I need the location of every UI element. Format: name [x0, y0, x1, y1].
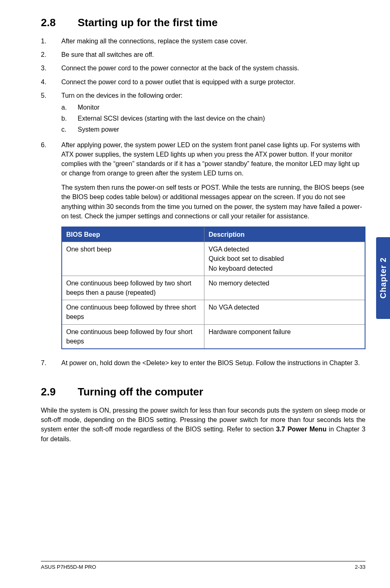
chapter-side-tab: Chapter 2: [376, 237, 390, 319]
list-item: 6. After applying power, the system powe…: [41, 140, 365, 354]
sub-item: c.System power: [61, 125, 365, 134]
table-cell: One short beep: [62, 242, 204, 276]
list-item: 5. Turn on the devices in the following …: [41, 91, 365, 136]
section-2-9-heading: 2.9Turning off the computer: [41, 386, 365, 398]
table-row: One continuous beep followed by four sho…: [62, 324, 365, 349]
item-text: At power on, hold down the <Delete> key …: [61, 358, 365, 368]
table-row: One continuous beep followed by two shor…: [62, 276, 365, 300]
item-marker: 1.: [41, 36, 61, 46]
item-para1: After applying power, the system power L…: [61, 141, 360, 177]
table-cell: One continuous beep followed by two shor…: [62, 276, 204, 300]
section-title: Starting up for the first time: [78, 16, 217, 29]
item-marker: 3.: [41, 63, 61, 73]
section-number: 2.8: [41, 16, 78, 29]
table-cell: One continuous beep followed by three sh…: [62, 300, 204, 324]
sub-item: b.External SCSI devices (starting with t…: [61, 114, 365, 123]
section-2-8-heading: 2.8Starting up for the first time: [41, 16, 365, 29]
ordered-list-sub: a.Monitor b.External SCSI devices (start…: [61, 103, 365, 135]
chapter-label: Chapter 2: [379, 257, 388, 298]
item-marker: 2.: [41, 50, 61, 59]
sub-marker: a.: [61, 103, 78, 112]
item-marker: 5.: [41, 91, 61, 136]
page-footer: ASUS P7H55D-M PRO 2-33: [41, 561, 365, 570]
item-text: Connect the power cord to a power outlet…: [61, 77, 365, 87]
page: 2.8Starting up for the first time 1. Aft…: [0, 0, 390, 588]
item-text: Connect the power cord to the power conn…: [61, 63, 365, 73]
list-item: 7. At power on, hold down the <Delete> k…: [41, 358, 365, 368]
sub-marker: b.: [61, 114, 78, 123]
bios-beep-table: BIOS Beep Description One short beep VGA…: [61, 227, 365, 349]
list-item: 3. Connect the power cord to the power c…: [41, 63, 365, 73]
table-header: BIOS Beep: [62, 227, 204, 242]
item-marker: 6.: [41, 140, 61, 354]
item-text: Turn on the devices in the following ord…: [61, 91, 365, 136]
table-cell: Hardware component failure: [204, 324, 365, 349]
sub-text: Monitor: [78, 103, 99, 112]
section-2-9: 2.9Turning off the computer While the sy…: [41, 386, 365, 444]
footer-left: ASUS P7H55D-M PRO: [41, 564, 96, 570]
section-title: Turning off the computer: [78, 386, 203, 398]
table-cell: VGA detected Quick boot set to disabled …: [204, 242, 365, 276]
item-marker: 7.: [41, 358, 61, 368]
list-item: 4. Connect the power cord to a power out…: [41, 77, 365, 87]
item-text: Be sure that all switches are off.: [61, 50, 365, 59]
ordered-list-main: 1. After making all the connections, rep…: [41, 36, 365, 368]
sub-marker: c.: [61, 125, 78, 134]
sub-text: External SCSI devices (starting with the…: [78, 114, 265, 123]
table-header: Description: [204, 227, 365, 242]
item-text: After applying power, the system power L…: [61, 140, 365, 354]
body-bold: 3.7 Power Menu: [276, 426, 326, 433]
list-item: 1. After making all the connections, rep…: [41, 36, 365, 46]
list-item: 2. Be sure that all switches are off.: [41, 50, 365, 59]
table-row: One continuous beep followed by three sh…: [62, 300, 365, 324]
table-cell: One continuous beep followed by four sho…: [62, 324, 204, 349]
table-cell: No memory detected: [204, 276, 365, 300]
table-row: One short beep VGA detected Quick boot s…: [62, 242, 365, 276]
sub-item: a.Monitor: [61, 103, 365, 112]
section-body: While the system is ON, pressing the pow…: [41, 406, 365, 444]
sub-text: System power: [78, 125, 119, 134]
item-para2: The system then runs the power-on self t…: [61, 183, 365, 221]
item-lead: Turn on the devices in the following ord…: [61, 92, 182, 99]
item-marker: 4.: [41, 77, 61, 87]
item-text: After making all the connections, replac…: [61, 36, 365, 46]
section-number: 2.9: [41, 386, 78, 398]
footer-right: 2-33: [355, 564, 365, 570]
table-cell: No VGA detected: [204, 300, 365, 324]
